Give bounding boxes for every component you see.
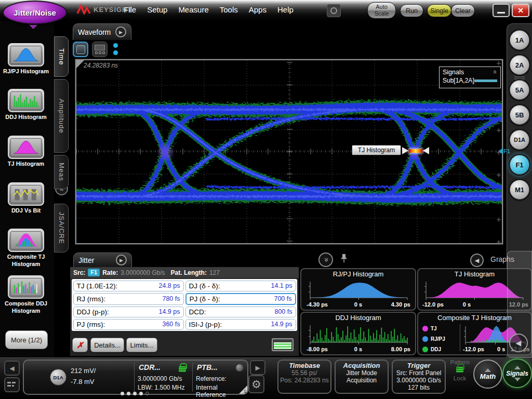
clear-button[interactable]: Clear [451,4,475,17]
jitter-cell-tj-1-0e-12[interactable]: TJ (1.0E-12):24.8 ps [73,281,184,291]
ddjbit-thumbnail-icon [8,182,44,206]
sidebar-item-rjpj[interactable]: RJ/PJ Histogram [0,43,52,75]
more-graphs-button[interactable]: More (1/2) [5,330,48,349]
sidebar-item-tj[interactable]: TJ Histogram [0,136,52,168]
jitter-cell-isi-j-p-p[interactable]: ISI-J (p-p):14.9 ps [185,319,296,330]
status-grid-button[interactable] [4,377,20,392]
trigger-panel[interactable]: Trigger Src: Front Panel 3.0000000 Gb/s … [392,360,446,394]
cdr-lock-icon [179,366,186,372]
channel-button-5b[interactable]: 5B [510,105,529,125]
sidebar-item-ddjbit[interactable]: DDJ Vs Bit [0,182,52,215]
minimize-button[interactable] [493,4,510,17]
menu-file[interactable]: File [124,5,136,14]
lock-label: Lock [447,375,473,381]
menu-help[interactable]: Help [277,5,294,14]
tj-legend-dot [422,326,428,331]
screenshot-button[interactable] [327,4,341,17]
app-logo-jitter-noise[interactable]: Jitter/Noise [3,1,67,24]
jitter-cell-dj[interactable]: DJ (δ - δ):14.1 ps [185,281,296,291]
panel-collapse-button[interactable]: « [318,252,333,267]
menu-tools[interactable]: Tools [220,5,238,14]
channel-button-5a[interactable]: 5A [510,80,529,100]
jitter-results-panel: Src: F1 Rate: 3.0000000 Gb/s Pat. Length… [70,267,299,356]
sidebar-item-compddj[interactable]: Composite DDJ Histogram [0,275,52,315]
ptb-status-icon [236,364,243,371]
run-button[interactable]: Run [400,4,423,17]
remove-measurement-button[interactable]: ✗ [72,338,88,352]
close-button[interactable]: ✕ [512,4,529,17]
math-button[interactable]: Math [473,360,502,389]
rjpj-histogram-panel[interactable]: RJ/PJ Histogram -4.30 ps 0 s 4.30 ps [300,268,416,311]
channel-scale: 212 mV/ [71,367,96,375]
jitter-cell-ddj-p-p[interactable]: DDJ (p-p):14.9 ps [73,307,184,317]
jitter-cell-dcd[interactable]: DCD:800 fs [185,307,296,317]
panel-title: DDJ Histogram [301,314,415,322]
waveform-menu-icon[interactable]: ▶ [115,26,126,37]
single-pane-layout-button[interactable] [73,42,88,57]
signals-up-icon [514,366,521,369]
graphs-back-button[interactable]: ◀ [470,254,484,267]
acquisition-mode-line1: Jitter Mode [336,369,388,377]
auto-scale-button[interactable]: AutoScale [367,2,396,19]
eye-diagram [76,60,502,243]
jitter-source-row: Src: F1 Rate: 3.0000000 Gb/s Pat. Length… [70,267,299,278]
jitter-cell-pj[interactable]: PJ (δ - δ):700 fs [185,293,296,305]
status-bar: ◀ D1A 212 mV/ -7.8 mV CDR... 3.0000000 G… [0,357,532,399]
channel-button-m1[interactable]: M1 [510,180,529,200]
status-page-dots[interactable] [121,392,149,395]
trigger-rate: 3.0000000 Gb/s [393,377,445,384]
ddj-histogram-panel[interactable]: DDJ Histogram -8.00 ps 0 s 8.00 ps [300,312,416,355]
source-badge[interactable]: F1 [88,269,100,276]
legend-separator [460,324,460,351]
tab-time[interactable]: Time [54,36,69,77]
limits-button[interactable]: Limits... [126,338,157,352]
graphs-expand-button[interactable]: ◀ [509,334,528,352]
tj-histogram-callout[interactable]: TJ Histogram [352,145,401,155]
menu-apps[interactable]: Apps [249,5,267,14]
camera-icon [330,7,337,14]
tab-jitter[interactable]: Jitter ▶ [73,252,132,267]
timebase-panel[interactable]: Timebase 55.56 ps/ Pos: 24.28283 ns [277,360,331,394]
pattern-lock-indicator[interactable]: Pattern Lock [447,359,473,394]
channel-status-panel[interactable]: D1A 212 mV/ -7.8 mV CDR... 3.0000000 Gb/… [23,360,248,395]
tab-jsa-cre[interactable]: JSA/CRE [54,204,69,252]
sidebar-item-ddj[interactable]: DDJ Histogram [0,89,52,121]
tab-meas[interactable]: Meas [54,155,69,189]
tab-amplitude[interactable]: Amplitude [54,79,69,153]
details-button[interactable]: Details... [90,338,124,352]
channel-button-1a[interactable]: 1A [510,30,529,50]
tj-histogram-marker[interactable] [409,149,422,153]
tj-thumbnail-icon [8,136,44,159]
display-corner-flag [76,60,84,68]
multi-pane-layout-button[interactable] [92,42,108,57]
status-scroll-right-button[interactable]: ▶ [250,360,265,375]
ptb-title[interactable]: PTB... [197,363,218,371]
jitter-cell-pj-rms[interactable]: PJ (rms):360 fs [73,319,184,330]
cdr-title[interactable]: CDR... [139,363,161,371]
legend-collapse-icon[interactable]: « [491,70,499,74]
acquisition-panel[interactable]: Acquisition Jitter Mode Acquisition [335,360,389,394]
channel-badge[interactable]: D1A [50,369,66,385]
sidebar-item-comptj[interactable]: Composite TJ Histogram [0,229,52,268]
callout-arrow-left-icon [423,147,429,154]
panel-title: RJ/PJ Histogram [301,270,415,278]
menu-measure[interactable]: Measure [178,5,208,14]
legend-entry-label: Sub[1A,2A] [443,77,474,84]
status-scroll-left-button[interactable]: ◀ [4,361,20,376]
ddj-legend-dot [422,347,428,352]
channel-button-d1a[interactable]: D1A [510,130,529,150]
tab-waveform[interactable]: Waveform ▶ [73,23,131,40]
channel-button-f1[interactable]: F1 [510,155,529,175]
settings-gear-button[interactable]: ⚙ [248,375,264,393]
channel-offset: -7.8 mV [71,378,95,385]
signals-legend[interactable]: Signals« Sub[1A,2A] [439,66,501,88]
logo-dropdown-icon[interactable] [29,25,37,29]
pin-icon[interactable] [340,253,348,265]
menu-setup[interactable]: Setup [147,5,167,14]
signals-button[interactable]: Signals [502,358,532,388]
jitter-menu-icon[interactable]: ▶ [116,255,127,265]
jitter-cell-rj-rms[interactable]: RJ (rms):780 fs [73,293,184,305]
application-window: KEYSIGHT FileSetupMeasureToolsAppsHelp A… [0,0,532,399]
channel-button-2a[interactable]: 2A [510,55,529,75]
single-button[interactable]: Single [427,4,451,17]
